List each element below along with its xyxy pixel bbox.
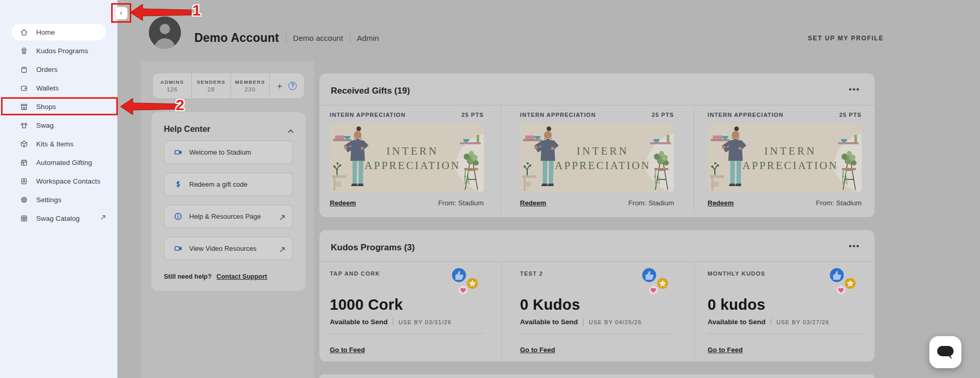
kudos-reactions [642, 267, 674, 295]
account-subtitle: Demo account [293, 34, 343, 42]
gift-name: INTERN APPRECIATION [708, 112, 784, 118]
sidebar-item-label: Kudos Programs [36, 47, 88, 55]
sidebar-item-label: Swag [36, 122, 54, 129]
external-link-icon [100, 214, 106, 222]
chat-bubble-icon [929, 336, 961, 368]
help-item-video-resources[interactable]: View Video Resources [164, 237, 293, 260]
go-to-feed-link[interactable]: Go to Feed [330, 346, 365, 354]
sidebar-item-automated-gifting[interactable]: Automated Gifting [0, 153, 117, 172]
grid-icon [20, 214, 28, 223]
sidebar-item-label: Workspace Contacts [36, 177, 100, 185]
sidebar-item-kudos-programs[interactable]: Kudos Programs [0, 41, 117, 60]
stat-label: SENDERS [197, 79, 226, 85]
orders-bag-icon [20, 65, 28, 74]
help-item-label: Redeem a gift code [189, 180, 248, 188]
card-rule [330, 334, 484, 334]
svg-text:APPRECIATION: APPRECIATION [364, 159, 460, 172]
use-by-date: USE BY 03/31/26 [399, 319, 452, 325]
gift-image: INTERN APPRECIATION [330, 124, 484, 192]
help-item-help-resources[interactable]: Help & Resources Page [164, 205, 293, 228]
header-divider [350, 34, 350, 43]
gift-name: INTERN APPRECIATION [520, 112, 596, 118]
redeem-link[interactable]: Redeem [330, 199, 356, 207]
kudos-reactions [452, 267, 484, 295]
sidebar-item-label: Wallets [36, 84, 59, 92]
dollar-icon [174, 180, 182, 189]
help-question-icon[interactable]: ? [288, 82, 297, 90]
go-to-feed-link[interactable]: Go to Feed [520, 346, 555, 354]
use-by-date: USE BY 04/25/26 [589, 319, 642, 325]
redeem-link[interactable]: Redeem [520, 199, 546, 207]
sidebar-item-kits-items[interactable]: Kits & Items [0, 134, 117, 153]
sidebar-item-label: Kits & Items [36, 140, 73, 148]
kudos-balance: 0 Kudos [520, 296, 580, 313]
sidebar-item-swag-catalog[interactable]: Swag Catalog [0, 209, 117, 228]
received-gifts-title: Received Gifts (19) [331, 86, 410, 96]
stats-actions: + ? [270, 73, 304, 98]
stat-senders: SENDERS 28 [192, 73, 231, 98]
app-screen: Home Kudos Programs Orders Wallets [0, 0, 980, 378]
ellipsis-menu-icon[interactable]: ••• [849, 85, 860, 94]
stat-value: 230 [244, 86, 255, 93]
svg-text:INTERN: INTERN [577, 145, 629, 157]
add-members-button[interactable]: + [277, 82, 282, 90]
card-divider [695, 262, 695, 357]
sidebar: Home Kudos Programs Orders Wallets [0, 0, 117, 378]
sidebar-item-workspace-contacts[interactable]: Workspace Contacts [0, 172, 117, 190]
next-panel-edge [319, 374, 875, 378]
kudos-program-card: TAP AND CORK 1000 Cork Available to Send… [330, 270, 484, 353]
gift-points: 25 PTS [652, 112, 674, 118]
contacts-icon [20, 177, 28, 186]
help-center-title: Help Center [164, 125, 210, 134]
panel-divider [319, 105, 875, 105]
go-to-feed-link[interactable]: Go to Feed [708, 346, 743, 354]
help-item-redeem-code[interactable]: Redeem a gift code [164, 173, 293, 196]
kudos-badge-icon [20, 47, 28, 55]
video-camera-icon [174, 244, 182, 253]
received-gift-card: INTERN APPRECIATION 25 PTS [708, 112, 862, 210]
sidebar-item-swag[interactable]: Swag [0, 116, 117, 134]
sidebar-item-home[interactable]: Home [0, 23, 117, 41]
gift-image: INTERN APPRECIATION [708, 124, 862, 192]
annotation-box-2 [1, 97, 118, 115]
sidebar-item-orders[interactable]: Orders [0, 60, 117, 79]
available-to-send-label: Available to Send [520, 318, 578, 326]
sidebar-item-label: Settings [36, 196, 62, 204]
received-gifts-panel: Received Gifts (19) ••• INTERN APPRECIAT… [319, 73, 875, 217]
chevron-up-icon[interactable] [287, 126, 294, 135]
received-gift-card: INTERN APPRECIATION 25 PTS [330, 112, 484, 210]
stat-admins: ADMINS 126 [153, 73, 192, 98]
svg-text:APPRECIATION: APPRECIATION [555, 159, 650, 172]
gift-from: From: Stadium [628, 199, 674, 207]
gift-from: From: Stadium [816, 199, 862, 207]
svg-text:INTERN: INTERN [764, 145, 817, 157]
external-link-icon [279, 246, 285, 255]
account-role: Admin [357, 34, 379, 42]
contact-support-link[interactable]: Contact Support [217, 273, 267, 280]
received-gift-card: INTERN APPRECIATION 25 PTS [520, 112, 674, 210]
sidebar-item-wallets[interactable]: Wallets [0, 79, 117, 97]
meta-divider [771, 319, 771, 326]
sidebar-item-settings[interactable]: Settings [0, 190, 117, 209]
redeem-link[interactable]: Redeem [708, 199, 734, 207]
setup-profile-link[interactable]: SET UP MY PROFILE [808, 35, 884, 42]
video-camera-icon [174, 148, 182, 157]
account-header: Demo Account Demo account Admin [194, 31, 379, 45]
kudos-reactions [830, 267, 862, 295]
panel-divider [319, 261, 875, 262]
ellipsis-menu-icon[interactable]: ••• [849, 241, 860, 250]
help-center-panel: Help Center Welcome to Stadium Redeem a … [151, 112, 305, 291]
help-item-label: View Video Resources [189, 245, 256, 252]
external-link-icon [279, 214, 285, 223]
kudos-programs-title: Kudos Programs (3) [331, 243, 415, 253]
help-item-welcome[interactable]: Welcome to Stadium [164, 141, 293, 164]
kudos-program-card: MONTHLY KUDOS 0 kudos Available to Send … [708, 270, 862, 353]
sidebar-nav: Home Kudos Programs Orders Wallets [0, 23, 117, 228]
chat-launcher-button[interactable] [929, 336, 961, 368]
annotation-step-2: 2 [176, 96, 185, 114]
stat-members: MEMBERS 230 [231, 73, 270, 98]
info-icon [174, 212, 182, 221]
annotation-box-1 [111, 3, 131, 23]
stat-label: ADMINS [160, 79, 184, 85]
header-divider [286, 34, 286, 43]
